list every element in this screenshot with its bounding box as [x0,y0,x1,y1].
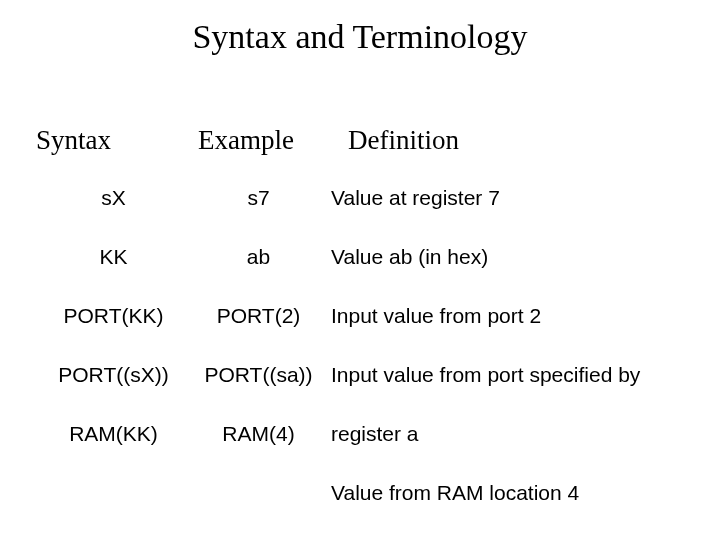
cell-definition: Input value from port specified by [331,363,696,387]
cell-syntax: sX [36,186,191,210]
cell-example: ab [191,245,326,269]
table-body: sX s7 Value at register 7 KK ab Value ab… [36,186,696,540]
cell-syntax: PORT((sX)) [36,363,191,387]
slide: Syntax and Terminology Syntax Example De… [0,0,720,540]
column-header-example: Example [198,125,294,156]
column-header-definition: Definition [348,125,459,156]
cell-example: s7 [191,186,326,210]
cell-example: RAM(4) [191,422,326,446]
cell-definition: Value at register 7 [331,186,696,210]
cell-example: PORT(2) [191,304,326,328]
cell-definition: Value ab (in hex) [331,245,696,269]
table-row: sX s7 Value at register 7 [36,186,696,245]
page-title: Syntax and Terminology [0,18,720,56]
column-header-syntax: Syntax [36,125,111,156]
cell-definition: Value from RAM location 4 [331,481,696,505]
cell-definition: register a [331,422,696,446]
cell-syntax: PORT(KK) [36,304,191,328]
cell-example: PORT((sa)) [191,363,326,387]
cell-syntax: RAM(KK) [36,422,191,446]
table-row: RAM(KK) RAM(4) register a [36,422,696,481]
cell-definition: Input value from port 2 [331,304,696,328]
cell-syntax: KK [36,245,191,269]
table-row: Value from RAM location 4 [36,481,696,540]
table-row: PORT(KK) PORT(2) Input value from port 2 [36,304,696,363]
table-row: KK ab Value ab (in hex) [36,245,696,304]
table-row: PORT((sX)) PORT((sa)) Input value from p… [36,363,696,422]
